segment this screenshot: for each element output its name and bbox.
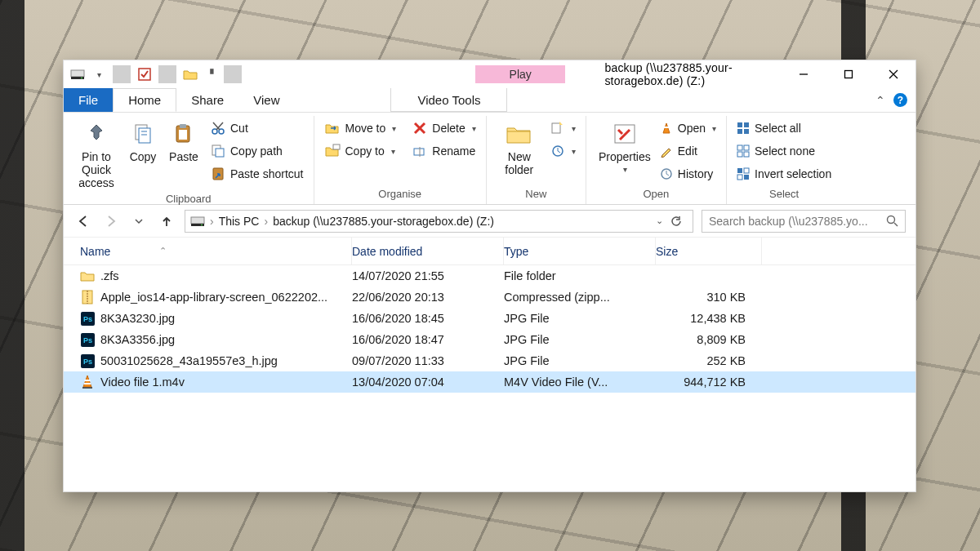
folder-icon[interactable] — [181, 65, 199, 83]
sort-indicator-icon: ⌃ — [159, 246, 167, 256]
checkmark-icon[interactable] — [136, 65, 154, 83]
zip-icon — [80, 290, 95, 304]
cut-button[interactable]: Cut — [207, 118, 307, 139]
collapse-ribbon-icon[interactable]: ⌃ — [875, 94, 885, 107]
tab-file[interactable]: File — [64, 88, 113, 112]
paste-label: Paste — [169, 150, 198, 163]
new-folder-label: New folder — [493, 150, 546, 176]
open-label: Open — [678, 122, 706, 135]
easy-access-button[interactable]: ▾ — [547, 140, 579, 162]
chevron-right-icon[interactable]: › — [210, 215, 214, 228]
file-size: 310 KB — [656, 291, 762, 304]
copy-button[interactable]: Copy — [122, 118, 163, 189]
select-all-button[interactable]: Select all — [733, 118, 835, 139]
history-label: History — [678, 167, 714, 180]
file-size: 8,809 KB — [656, 333, 762, 346]
paste-icon — [169, 119, 198, 149]
easy-access-icon — [550, 144, 565, 158]
file-date: 13/04/2020 07:04 — [352, 375, 504, 389]
svg-rect-34 — [737, 129, 742, 134]
file-type: M4V Video File (V... — [504, 375, 656, 389]
column-header-name[interactable]: Name⌃ — [80, 238, 352, 264]
svg-text:Ps: Ps — [82, 336, 91, 344]
file-type: File folder — [504, 269, 656, 282]
contextual-tab-play[interactable]: Play — [475, 65, 565, 83]
breadcrumb[interactable]: › This PC › backup (\\u237885.your-stora… — [185, 210, 693, 233]
close-button[interactable] — [871, 60, 915, 88]
delete-button[interactable]: Delete▾ — [409, 118, 479, 139]
recent-locations-button[interactable] — [129, 211, 149, 231]
file-row[interactable]: Video file 1.m4v13/04/2020 07:04M4V Vide… — [64, 371, 915, 393]
file-date: 16/06/2020 18:47 — [352, 333, 504, 346]
tab-video-tools[interactable]: Video Tools — [390, 88, 507, 112]
invert-selection-button[interactable]: Invert selection — [733, 163, 835, 184]
chevron-down-icon[interactable]: ⌄ — [656, 216, 663, 226]
svg-rect-40 — [737, 168, 742, 173]
chevron-right-icon[interactable]: › — [264, 215, 268, 228]
file-row[interactable]: Apple_ios14-app-library-screen_0622202..… — [64, 287, 915, 308]
svg-rect-39 — [744, 152, 749, 157]
svg-rect-32 — [737, 122, 742, 127]
help-icon[interactable]: ? — [893, 93, 907, 107]
column-header-type[interactable]: Type — [504, 238, 656, 264]
pin-to-quick-access-button[interactable]: Pin to Quick access — [70, 118, 122, 189]
svg-rect-43 — [744, 175, 749, 180]
drive-icon[interactable] — [69, 65, 87, 83]
column-header-size[interactable]: Size — [656, 238, 762, 264]
move-to-button[interactable]: Move to▾ — [321, 118, 400, 139]
file-type: JPG File — [504, 354, 656, 367]
rename-button[interactable]: Rename — [409, 140, 479, 162]
title-bar: ▾ ▝ Play backup (\\u237885.your-storageb… — [64, 60, 915, 88]
svg-rect-58 — [84, 383, 91, 384]
history-button[interactable]: History — [657, 163, 719, 184]
tab-home[interactable]: Home — [113, 88, 176, 112]
open-button[interactable]: Open▾ — [657, 118, 719, 139]
svg-text:Ps: Ps — [82, 315, 91, 323]
chevron-down-icon: ▾ — [712, 124, 716, 133]
overflow-icon[interactable]: ▝ — [201, 65, 219, 83]
svg-rect-9 — [139, 128, 150, 143]
folder-icon — [80, 269, 95, 283]
edit-button[interactable]: Edit — [657, 140, 719, 162]
new-item-icon — [550, 121, 565, 136]
search-input[interactable]: Search backup (\\u237885.yo... — [702, 210, 906, 233]
tab-share[interactable]: Share — [176, 88, 238, 112]
minimize-button[interactable] — [781, 60, 826, 88]
forward-button[interactable] — [101, 211, 121, 231]
up-button[interactable] — [157, 211, 176, 231]
new-folder-button[interactable]: New folder — [493, 118, 546, 176]
column-header-date[interactable]: Date modified — [352, 238, 504, 264]
ribbon-group-open: Properties ▾ Open▾ Edit History Open — [586, 116, 727, 204]
file-row[interactable]: Ps8K3A3230.jpg16/06/2020 18:45JPG File12… — [64, 308, 915, 329]
search-icon[interactable] — [886, 215, 898, 227]
svg-rect-27 — [552, 123, 560, 133]
file-date: 22/06/2020 20:13 — [352, 291, 504, 304]
copy-to-button[interactable]: Copy to▾ — [321, 140, 400, 162]
refresh-button[interactable] — [670, 215, 683, 228]
cut-label: Cut — [230, 122, 248, 135]
file-name: .zfs — [100, 269, 119, 282]
separator — [113, 65, 131, 83]
chevron-down-icon: ▾ — [472, 124, 476, 133]
select-none-icon — [737, 144, 750, 158]
select-none-button[interactable]: Select none — [733, 140, 835, 162]
paste-shortcut-button[interactable]: Paste shortcut — [207, 163, 307, 184]
rename-icon — [412, 144, 427, 158]
select-group-label: Select — [769, 184, 799, 204]
breadcrumb-folder[interactable]: backup (\\u237885.your-storagebox.de) (Z… — [273, 215, 494, 228]
paste-button[interactable]: Paste — [163, 118, 204, 189]
file-row[interactable]: .zfs14/07/2020 21:55File folder — [64, 265, 915, 287]
properties-button[interactable]: Properties ▾ — [593, 118, 657, 184]
qat-dropdown-icon[interactable]: ▾ — [90, 65, 108, 83]
file-row[interactable]: Ps50031025628_43a19557e3_h.jpg09/07/2020… — [64, 350, 915, 371]
new-item-button[interactable]: ▾ — [547, 118, 579, 139]
file-date: 14/07/2020 21:55 — [352, 269, 504, 282]
file-size: 252 KB — [656, 354, 762, 367]
maximize-button[interactable] — [826, 60, 871, 88]
back-button[interactable] — [74, 211, 93, 231]
window-title: backup (\\u237885.your-storagebox.de) (Z… — [604, 61, 781, 87]
file-row[interactable]: Ps8K3A3356.jpg16/06/2020 18:47JPG File8,… — [64, 329, 915, 350]
copy-path-button[interactable]: Copy path — [207, 140, 307, 162]
tab-view[interactable]: View — [238, 88, 294, 112]
breadcrumb-this-pc[interactable]: This PC — [219, 215, 260, 228]
